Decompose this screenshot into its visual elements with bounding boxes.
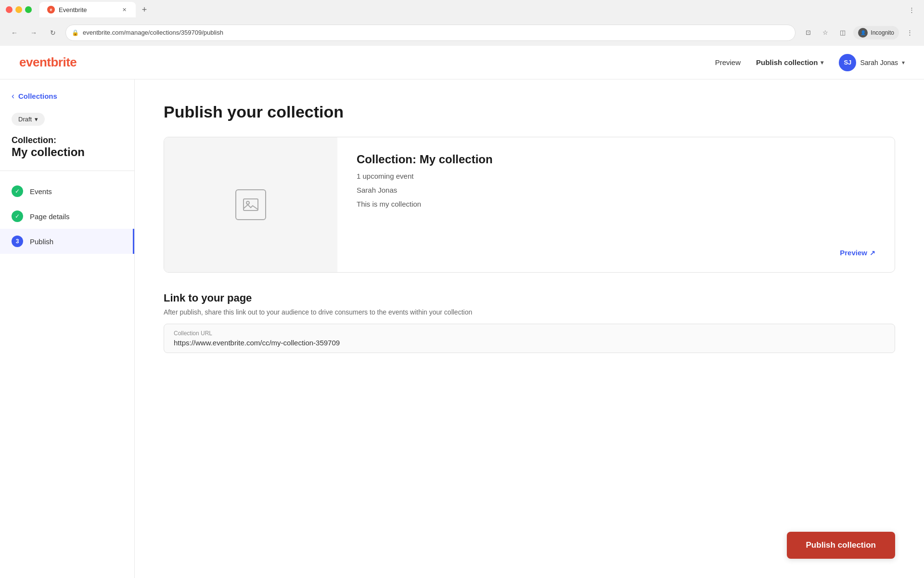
link-section: Link to your page After publish, share t… <box>164 292 895 353</box>
browser-top-bar: e Eventbrite ✕ + ⋮ <box>0 0 924 19</box>
draft-label: Draft <box>18 116 32 123</box>
browser-nav-bar: ← → ↻ 🔒 eventbrite.com/manage/collection… <box>0 19 924 46</box>
card-image-placeholder <box>164 137 337 272</box>
forward-button[interactable]: → <box>27 26 40 39</box>
link-section-title: Link to your page <box>164 292 895 304</box>
nav-item-events-label: Events <box>30 187 52 196</box>
nav-item-publish-label: Publish <box>30 237 53 246</box>
card-info: Collection: My collection 1 upcoming eve… <box>337 137 895 272</box>
card-description: This is my collection <box>357 200 875 208</box>
collection-name: My collection <box>12 145 123 159</box>
url-display: eventbrite.com/manage/collections/359709… <box>83 29 223 36</box>
browser-nav-icons: ⊡ ☆ ◫ 👤 Incognito ⋮ <box>801 26 916 39</box>
external-link-icon: ↗ <box>870 249 875 257</box>
incognito-badge: 👤 Incognito <box>853 26 899 39</box>
traffic-light-green[interactable] <box>25 6 32 13</box>
sidebar: ‹ Collections Draft ▾ Collection: My col… <box>0 79 135 578</box>
nav-item-events[interactable]: ✓ Events <box>0 179 134 204</box>
address-bar[interactable]: 🔒 eventbrite.com/manage/collections/3597… <box>65 25 796 41</box>
lock-icon: 🔒 <box>72 29 79 36</box>
card-collection-title: Collection: My collection <box>357 153 875 166</box>
preview-link[interactable]: Preview <box>715 58 741 66</box>
collection-title-block: Collection: My collection <box>0 135 134 171</box>
svg-point-1 <box>246 201 249 204</box>
collection-label: Collection: <box>12 135 123 145</box>
user-avatar: SJ <box>839 54 856 71</box>
eventbrite-logo[interactable]: eventbrite <box>19 55 77 70</box>
tab-title: Eventbrite <box>59 6 87 13</box>
incognito-icon: 👤 <box>858 28 868 38</box>
traffic-lights <box>6 6 32 13</box>
new-tab-button[interactable]: + <box>138 3 151 16</box>
sidebar-divider <box>0 171 134 171</box>
card-events: 1 upcoming event <box>357 172 875 180</box>
tab-bar-end: ⋮ <box>905 3 918 16</box>
page-content: Publish your collection Collection: My c… <box>135 79 924 578</box>
image-placeholder-icon <box>235 189 266 220</box>
nav-actions: Preview Publish collection ▾ SJ Sarah Jo… <box>715 54 905 71</box>
traffic-light-yellow[interactable] <box>15 6 22 13</box>
top-nav: eventbrite Preview Publish collection ▾ … <box>0 46 924 79</box>
tab-close-button[interactable]: ✕ <box>120 6 128 13</box>
app: eventbrite Preview Publish collection ▾ … <box>0 46 924 578</box>
page-title: Publish your collection <box>164 103 895 121</box>
back-label: Collections <box>18 92 57 100</box>
cast-icon[interactable]: ⊡ <box>801 26 815 39</box>
reload-button[interactable]: ↻ <box>46 26 60 39</box>
events-check-icon: ✓ <box>12 185 23 197</box>
svg-rect-0 <box>244 199 258 210</box>
active-tab[interactable]: e Eventbrite ✕ <box>39 2 136 17</box>
url-input-container[interactable]: Collection URL https://www.eventbrite.co… <box>164 324 895 353</box>
card-preview-button[interactable]: Preview ↗ <box>840 249 875 257</box>
card-preview-label: Preview <box>840 249 867 257</box>
publish-collection-button[interactable]: Publish collection <box>787 532 895 559</box>
publish-collection-nav-label: Publish collection <box>756 58 818 66</box>
nav-item-publish[interactable]: 3 Publish <box>0 229 134 254</box>
bookmark-icon[interactable]: ☆ <box>819 26 832 39</box>
user-name: Sarah Jonas <box>860 59 898 66</box>
card-preview-link: Preview ↗ <box>357 249 875 257</box>
publish-collection-nav-button[interactable]: Publish collection ▾ <box>756 58 823 66</box>
link-section-desc: After publish, share this link out to yo… <box>164 308 895 316</box>
incognito-label: Incognito <box>871 29 894 36</box>
back-nav[interactable]: ‹ Collections <box>0 91 134 101</box>
sidebar-nav: ✓ Events ✓ Page details 3 Publish <box>0 179 134 254</box>
browser-menu-icon[interactable]: ⋮ <box>903 26 916 39</box>
back-button[interactable]: ← <box>8 26 21 39</box>
traffic-light-red[interactable] <box>6 6 13 13</box>
url-value: https://www.eventbrite.com/cc/my-collect… <box>174 339 885 347</box>
nav-item-page-details[interactable]: ✓ Page details <box>0 204 134 229</box>
nav-item-page-details-label: Page details <box>30 212 70 221</box>
user-menu-chevron: ▾ <box>902 59 905 66</box>
collection-preview-card: Collection: My collection 1 upcoming eve… <box>164 137 895 273</box>
browser-chrome: e Eventbrite ✕ + ⋮ ← → ↻ 🔒 eventbrite.co… <box>0 0 924 46</box>
tab-favicon: e <box>47 6 55 13</box>
page-details-check-icon: ✓ <box>12 210 23 222</box>
card-organizer: Sarah Jonas <box>357 186 875 194</box>
profile-icon[interactable]: ◫ <box>836 26 849 39</box>
tab-bar: e Eventbrite ✕ + <box>39 2 151 17</box>
user-menu-button[interactable]: SJ Sarah Jonas ▾ <box>839 54 905 71</box>
back-arrow-icon: ‹ <box>12 91 14 101</box>
draft-badge[interactable]: Draft ▾ <box>12 113 45 126</box>
draft-chevron: ▾ <box>35 116 38 123</box>
publish-collection-chevron: ▾ <box>821 59 823 66</box>
publish-step-num: 3 <box>12 236 23 247</box>
tab-menu-icon[interactable]: ⋮ <box>905 3 918 16</box>
main-area: ‹ Collections Draft ▾ Collection: My col… <box>0 79 924 578</box>
url-label: Collection URL <box>174 330 885 337</box>
